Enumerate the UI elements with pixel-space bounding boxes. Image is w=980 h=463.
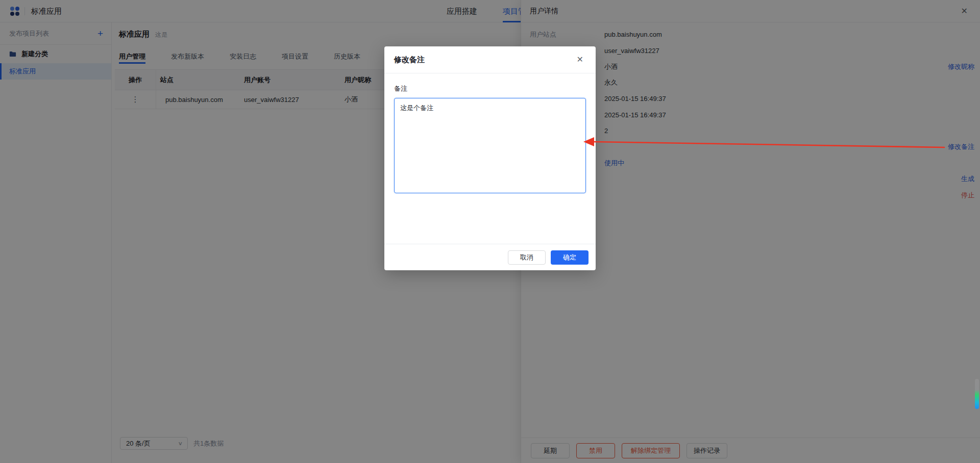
confirm-button[interactable]: 确定 xyxy=(551,250,589,265)
cancel-button[interactable]: 取消 xyxy=(508,250,546,265)
modal-header: 修改备注 ✕ xyxy=(384,46,596,73)
scrollbar-thumb[interactable] xyxy=(975,379,979,409)
edit-remark-modal: 修改备注 ✕ 备注 这是个备注 取消 确定 xyxy=(384,46,596,270)
remark-textarea[interactable]: 这是个备注 xyxy=(394,98,586,193)
modal-footer: 取消 确定 xyxy=(384,244,596,270)
modal-close-icon[interactable]: ✕ xyxy=(577,56,583,64)
modal-body: 备注 这是个备注 xyxy=(384,73,596,193)
remark-field-label: 备注 xyxy=(394,84,586,93)
modal-title: 修改备注 xyxy=(394,55,577,65)
